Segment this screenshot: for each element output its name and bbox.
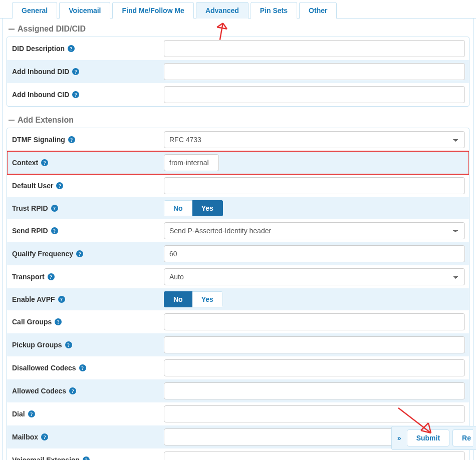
help-icon[interactable]: [69, 387, 76, 394]
reset-button-partial[interactable]: Re: [452, 429, 473, 446]
collapse-icon: [9, 120, 15, 121]
context-row-highlighted: Context: [7, 151, 469, 174]
add-inbound-cid-input[interactable]: [164, 86, 465, 103]
default-user-label: Default User: [12, 182, 53, 190]
help-icon[interactable]: [41, 433, 48, 440]
section-assigned-title: Assigned DID/CID: [18, 25, 86, 34]
footer-expand-icon[interactable]: »: [395, 432, 404, 444]
dial-label: Dial: [12, 410, 25, 418]
help-icon[interactable]: [68, 136, 75, 143]
pickup-groups-input[interactable]: [164, 336, 465, 353]
help-icon[interactable]: [48, 273, 55, 280]
dtmf-select[interactable]: RFC 4733: [164, 131, 465, 148]
transport-label: Transport: [12, 273, 45, 281]
send-rpid-label: Send RPID: [12, 227, 48, 235]
qualify-freq-input[interactable]: [164, 245, 465, 262]
help-icon[interactable]: [68, 45, 75, 52]
call-groups-label: Call Groups: [12, 318, 52, 326]
enable-avpf-no[interactable]: No: [164, 291, 192, 307]
submit-button[interactable]: Submit: [407, 429, 449, 446]
help-icon[interactable]: [76, 250, 83, 257]
trust-rpid-no[interactable]: No: [164, 200, 192, 216]
help-icon[interactable]: [41, 159, 48, 166]
section-addext: DTMF Signaling RFC 4733 Context Default …: [7, 128, 469, 460]
tab-panel-advanced: Assigned DID/CID DID Description Add Inb…: [2, 19, 474, 460]
help-icon[interactable]: [56, 182, 63, 189]
section-assigned: DID Description Add Inbound DID Add Inbo…: [7, 37, 469, 107]
add-inbound-did-input[interactable]: [164, 63, 465, 80]
tab-voicemail[interactable]: Voicemail: [59, 2, 110, 19]
tab-bar: General Voicemail Find Me/Follow Me Adva…: [0, 0, 476, 19]
did-description-label: DID Description: [12, 45, 65, 53]
tab-advanced[interactable]: Advanced: [196, 2, 249, 19]
section-addext-title: Add Extension: [18, 116, 74, 125]
enable-avpf-toggle: No Yes: [164, 291, 223, 307]
help-icon[interactable]: [65, 341, 72, 348]
help-icon[interactable]: [58, 296, 65, 303]
add-inbound-did-label: Add Inbound DID: [12, 68, 69, 76]
call-groups-input[interactable]: [164, 313, 465, 330]
tab-general[interactable]: General: [12, 2, 57, 19]
tab-findme[interactable]: Find Me/Follow Me: [112, 2, 193, 19]
allowed-codecs-label: Allowed Codecs: [12, 387, 66, 395]
footer-bar: » Submit Re: [391, 426, 476, 450]
help-icon[interactable]: [51, 227, 58, 234]
qualify-freq-label: Qualify Frequency: [12, 250, 73, 258]
enable-avpf-yes[interactable]: Yes: [192, 291, 223, 307]
transport-select[interactable]: Auto: [164, 268, 465, 285]
allowed-codecs-input[interactable]: [164, 382, 465, 399]
trust-rpid-toggle: No Yes: [164, 200, 223, 216]
trust-rpid-label: Trust RPID: [12, 204, 48, 212]
help-icon[interactable]: [83, 456, 90, 460]
help-icon[interactable]: [28, 410, 35, 417]
context-input[interactable]: [164, 154, 219, 171]
add-inbound-cid-label: Add Inbound CID: [12, 91, 69, 99]
send-rpid-select[interactable]: Send P-Asserted-Identity header: [164, 222, 465, 239]
default-user-input[interactable]: [164, 177, 465, 194]
enable-avpf-label: Enable AVPF: [12, 295, 55, 303]
voicemail-ext-label: Voicemail Extension: [12, 456, 80, 460]
disallowed-codecs-input[interactable]: [164, 359, 465, 376]
tab-pinsets[interactable]: Pin Sets: [251, 2, 297, 19]
section-addext-head[interactable]: Add Extension: [7, 114, 469, 128]
did-description-input[interactable]: [164, 40, 465, 57]
help-icon[interactable]: [51, 205, 58, 212]
context-label: Context: [12, 159, 38, 167]
tab-other[interactable]: Other: [299, 2, 337, 19]
collapse-icon: [9, 29, 15, 30]
mailbox-label: Mailbox: [12, 433, 38, 441]
help-icon[interactable]: [72, 68, 79, 75]
voicemail-ext-input[interactable]: [164, 451, 465, 460]
dial-input[interactable]: [164, 405, 465, 422]
help-icon[interactable]: [79, 364, 86, 371]
pickup-groups-label: Pickup Groups: [12, 341, 62, 349]
dtmf-label: DTMF Signaling: [12, 136, 65, 144]
disallowed-codecs-label: Disallowed Codecs: [12, 364, 76, 372]
trust-rpid-yes[interactable]: Yes: [192, 200, 223, 216]
section-assigned-head[interactable]: Assigned DID/CID: [7, 23, 469, 37]
help-icon[interactable]: [55, 318, 62, 325]
help-icon[interactable]: [72, 91, 79, 98]
